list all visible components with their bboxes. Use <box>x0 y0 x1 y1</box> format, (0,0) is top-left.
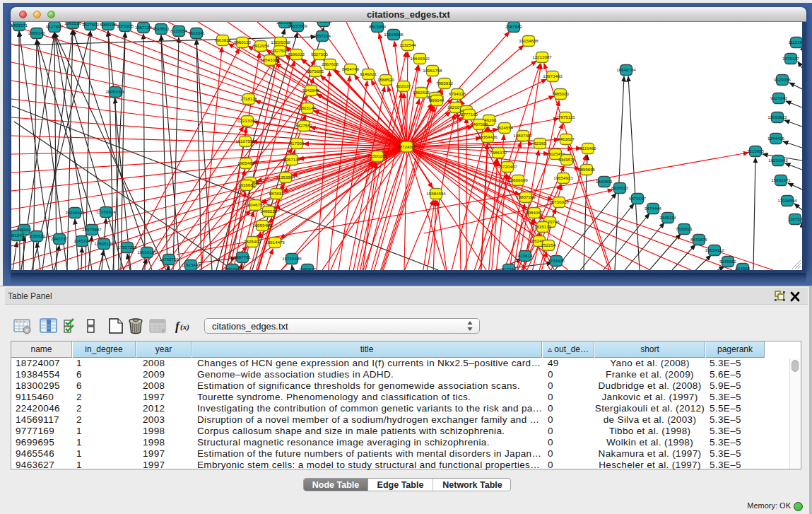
svg-text:16154838: 16154838 <box>519 38 539 43</box>
svg-text:8960123: 8960123 <box>234 40 252 45</box>
svg-text:16046755: 16046755 <box>245 202 265 207</box>
svg-text:116753: 116753 <box>788 216 802 221</box>
svg-text:912344: 912344 <box>502 267 517 270</box>
svg-text:20206535: 20206535 <box>65 210 85 215</box>
svg-text:1065526: 1065526 <box>64 22 82 25</box>
svg-text:25300205: 25300205 <box>367 153 387 158</box>
svg-text:9127607: 9127607 <box>46 24 64 29</box>
svg-text:2718126: 2718126 <box>240 96 258 101</box>
svg-text:12213369: 12213369 <box>237 118 257 123</box>
svg-text:887831: 887831 <box>269 191 284 196</box>
svg-text:20364436: 20364436 <box>478 134 498 139</box>
svg-text:15716485: 15716485 <box>282 256 302 261</box>
svg-text:417006: 417006 <box>290 141 305 146</box>
svg-text:19384554: 19384554 <box>426 191 446 196</box>
svg-text:9474444: 9474444 <box>645 206 662 211</box>
svg-text:1132544: 1132544 <box>399 42 416 47</box>
svg-text:11353594: 11353594 <box>276 175 295 180</box>
svg-text:12093822: 12093822 <box>767 115 787 119</box>
svg-text:7632621: 7632621 <box>676 226 693 231</box>
svg-text:7623341: 7623341 <box>188 30 206 35</box>
svg-text:391541: 391541 <box>11 233 25 238</box>
svg-text:8186323: 8186323 <box>288 52 305 57</box>
svg-text:16640910: 16640910 <box>410 56 430 61</box>
svg-text:3215955: 3215955 <box>747 148 765 153</box>
svg-text:2867608: 2867608 <box>322 62 339 66</box>
svg-text:9657791: 9657791 <box>234 255 252 259</box>
svg-text:8813054: 8813054 <box>369 24 387 29</box>
svg-text:17957255: 17957255 <box>117 245 137 250</box>
svg-text:7485003: 7485003 <box>552 91 570 96</box>
svg-text:3624554: 3624554 <box>496 125 514 130</box>
svg-text:1575107: 1575107 <box>782 56 800 61</box>
svg-text:6497568: 6497568 <box>471 122 488 127</box>
svg-text:1145194: 1145194 <box>73 238 90 243</box>
svg-text:4451220: 4451220 <box>315 22 333 23</box>
svg-text:62160: 62160 <box>534 141 546 146</box>
svg-text:12505135: 12505135 <box>94 241 114 246</box>
svg-text:1733426: 1733426 <box>548 258 565 263</box>
svg-text:2803144: 2803144 <box>299 105 317 110</box>
svg-text:10756928: 10756928 <box>549 199 569 204</box>
svg-text:16648784: 16648784 <box>616 67 636 72</box>
svg-text:14136141: 14136141 <box>515 253 535 258</box>
svg-text:899044: 899044 <box>430 98 445 103</box>
svg-text:10961758: 10961758 <box>423 68 442 73</box>
svg-text:1615132: 1615132 <box>534 224 552 229</box>
svg-text:11923448: 11923448 <box>181 262 201 267</box>
svg-text:19654923: 19654923 <box>553 175 573 180</box>
svg-text:18807249: 18807249 <box>516 194 536 199</box>
svg-text:7515521: 7515521 <box>153 26 170 31</box>
svg-text:7663822: 7663822 <box>214 37 232 42</box>
svg-text:16914479: 16914479 <box>265 240 285 245</box>
svg-text:1405571: 1405571 <box>11 23 28 28</box>
svg-text:16543362: 16543362 <box>260 57 280 62</box>
svg-text:8454749: 8454749 <box>342 66 360 71</box>
svg-text:1640591: 1640591 <box>596 179 613 184</box>
svg-text:9115460: 9115460 <box>579 146 596 151</box>
svg-text:1156829: 1156829 <box>28 233 45 238</box>
svg-text:9227343: 9227343 <box>770 95 788 100</box>
svg-text:9146821: 9146821 <box>360 71 377 76</box>
svg-text:2942737: 2942737 <box>51 236 69 241</box>
svg-text:10975887: 10975887 <box>82 227 102 232</box>
svg-text:1588520: 1588520 <box>377 77 395 82</box>
svg-text:2069140: 2069140 <box>28 30 46 35</box>
svg-text:16099489: 16099489 <box>252 223 272 228</box>
svg-text:9327505: 9327505 <box>311 52 329 57</box>
svg-text:3267130: 3267130 <box>283 157 301 162</box>
svg-text:1362615: 1362615 <box>413 90 430 95</box>
svg-text:10807487: 10807487 <box>513 133 533 138</box>
svg-text:20053346: 20053346 <box>105 89 125 94</box>
svg-text:10654112: 10654112 <box>705 247 724 252</box>
svg-text:924565: 924565 <box>736 266 751 270</box>
svg-text:1244415: 1244415 <box>767 136 785 141</box>
svg-text:9777169: 9777169 <box>461 112 478 117</box>
svg-text:2087682: 2087682 <box>505 24 523 29</box>
svg-text:7955812: 7955812 <box>436 81 454 86</box>
svg-text:7625402: 7625402 <box>244 239 261 244</box>
svg-text:1527602: 1527602 <box>82 22 100 27</box>
svg-text:9327505: 9327505 <box>271 48 289 53</box>
svg-text:6966160: 6966160 <box>100 22 117 27</box>
svg-text:10688609: 10688609 <box>508 177 528 182</box>
svg-text:9245652: 9245652 <box>719 259 737 264</box>
svg-text:16782759: 16782759 <box>159 257 179 262</box>
svg-text:1965493: 1965493 <box>237 160 255 165</box>
svg-text:1071915: 1071915 <box>117 23 134 28</box>
svg-text:17975115: 17975115 <box>555 115 575 119</box>
svg-text:822037: 822037 <box>396 83 411 88</box>
svg-text:8131054: 8131054 <box>170 28 188 33</box>
svg-text:15692971: 15692971 <box>771 177 791 182</box>
svg-text:13226058: 13226058 <box>271 40 290 45</box>
svg-text:9242848: 9242848 <box>302 88 320 93</box>
svg-text:6479197: 6479197 <box>629 196 647 201</box>
svg-text:1349575: 1349575 <box>558 157 576 162</box>
svg-text:17359924: 17359924 <box>96 209 116 214</box>
svg-text:6794028: 6794028 <box>449 91 466 96</box>
svg-text:8912954: 8912954 <box>252 43 270 48</box>
svg-text:8427552: 8427552 <box>295 123 313 128</box>
svg-text:1112383: 1112383 <box>788 40 802 45</box>
svg-text:16210643: 16210643 <box>768 158 788 163</box>
svg-text:2935114: 2935114 <box>659 215 676 220</box>
